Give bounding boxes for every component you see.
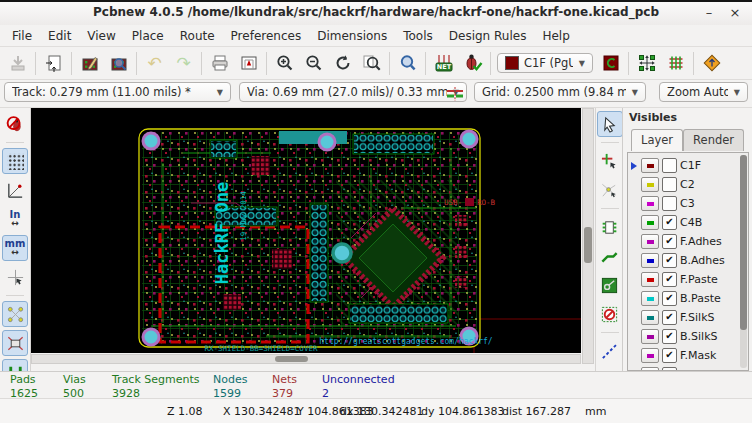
- add-footprint-button[interactable]: [597, 214, 623, 240]
- footprint-editor-icon: [80, 53, 100, 73]
- save-button[interactable]: [3, 49, 32, 77]
- layer-visibility-checkbox[interactable]: ✔: [662, 348, 677, 363]
- layer-row: C3: [630, 194, 748, 213]
- auto-track-width-button[interactable]: [440, 80, 469, 108]
- refresh-button[interactable]: [328, 49, 357, 77]
- add-zone-button[interactable]: [597, 272, 623, 298]
- titlebar[interactable]: Pcbnew 4.0.5 /home/lkundrak/src/hackrf/h…: [0, 0, 752, 26]
- layer-visibility-checkbox[interactable]: ✔: [662, 291, 677, 306]
- track-width-combo[interactable]: Track: 0.279 mm (11.00 mils) * ▼: [4, 82, 231, 102]
- redo-button[interactable]: ↷: [169, 49, 198, 77]
- layer-color-swatch[interactable]: [641, 253, 659, 268]
- units-mm-button[interactable]: mm↔: [2, 235, 28, 261]
- chevron-down-icon: ▼: [632, 88, 638, 97]
- menu-view[interactable]: View: [79, 27, 123, 45]
- ratsnest-mode-button[interactable]: [661, 49, 690, 77]
- toolbar-separator: [201, 52, 202, 75]
- close-button[interactable]: ×: [726, 4, 744, 22]
- canvas-hscrollbar[interactable]: [31, 354, 581, 364]
- layer-color-swatch[interactable]: [641, 158, 659, 173]
- add-mire-button[interactable]: [597, 338, 623, 364]
- plot-icon: [239, 53, 259, 73]
- layer-list-scrollbar-thumb[interactable]: [740, 155, 747, 330]
- layer-visibility-checkbox[interactable]: ✔: [662, 310, 677, 325]
- highlight-net-button[interactable]: [597, 148, 623, 174]
- ratsnest-visibility-button[interactable]: [2, 301, 28, 327]
- units-inches-button[interactable]: In↔: [2, 206, 28, 232]
- menu-design-rules[interactable]: Design Rules: [441, 27, 535, 45]
- svg-text:USB-: USB-: [444, 198, 462, 207]
- menu-preferences[interactable]: Preferences: [223, 27, 310, 45]
- undo-button[interactable]: ↶: [140, 49, 169, 77]
- tab-render[interactable]: Render: [683, 129, 744, 151]
- menu-dimensions[interactable]: Dimensions: [309, 27, 395, 45]
- layer-color-swatch[interactable]: [641, 234, 659, 249]
- menu-file[interactable]: File: [4, 27, 40, 45]
- layer-color-swatch[interactable]: [641, 310, 659, 325]
- zoom-fit-button[interactable]: [357, 49, 386, 77]
- zoom-in-button[interactable]: [270, 49, 299, 77]
- autoroute-button[interactable]: [697, 49, 726, 77]
- layer-list-scrollbar[interactable]: [740, 155, 747, 368]
- select-tool-button[interactable]: [597, 111, 623, 137]
- local-ratsnest-icon: [600, 181, 619, 200]
- svg-text:NET: NET: [436, 63, 451, 71]
- main-toolbar: ↶ ↷ NET C1F (PgUp) ▼: [0, 47, 752, 80]
- layer-visibility-checkbox[interactable]: ✔: [662, 215, 677, 230]
- layer-select-combo[interactable]: C1F (PgUp) ▼: [497, 53, 593, 73]
- grid-visibility-button[interactable]: [2, 148, 28, 174]
- drc-off-button[interactable]: [2, 111, 28, 137]
- footprint-mode-button[interactable]: [632, 49, 661, 77]
- polar-coords-button[interactable]: [2, 177, 28, 203]
- layer-manager-toggle[interactable]: [596, 49, 625, 77]
- layer-visibility-checkbox[interactable]: ✔: [662, 272, 677, 287]
- footprint-browser-button[interactable]: [104, 49, 133, 77]
- layer-color-swatch[interactable]: [641, 329, 659, 344]
- local-ratsnest-button[interactable]: [597, 177, 623, 203]
- page-settings-icon: [44, 53, 64, 73]
- netlist-button[interactable]: NET: [429, 49, 458, 77]
- zoom-out-button[interactable]: [299, 49, 328, 77]
- pcb-canvas[interactable]: HackRF One 19 May 2014 http://greatscott…: [31, 108, 581, 353]
- menu-tools[interactable]: Tools: [395, 27, 441, 45]
- chevron-down-icon: ▼: [579, 59, 585, 68]
- menu-edit[interactable]: Edit: [40, 27, 79, 45]
- layer-visibility-checkbox[interactable]: ✔: [662, 329, 677, 344]
- page-settings-button[interactable]: [39, 49, 68, 77]
- tab-layer[interactable]: Layer: [631, 129, 683, 151]
- add-keepout-button[interactable]: [597, 301, 623, 327]
- layer-color-swatch[interactable]: [641, 177, 659, 192]
- layer-visibility-checkbox[interactable]: [662, 158, 677, 173]
- plot-button[interactable]: [234, 49, 263, 77]
- menu-place[interactable]: Place: [124, 27, 172, 45]
- hscrollbar-thumb[interactable]: [275, 356, 308, 362]
- via-size-combo[interactable]: Via: 0.69 mm (27.0 mils)/ 0.33 mm (13.0 …: [239, 82, 467, 102]
- layer-visibility-checkbox[interactable]: ✔: [662, 253, 677, 268]
- find-button[interactable]: [393, 49, 422, 77]
- print-button[interactable]: [205, 49, 234, 77]
- vscrollbar-thumb[interactable]: [584, 227, 592, 263]
- pcb-board: HackRF One 19 May 2014 http://greatscott…: [139, 129, 496, 353]
- canvas-vscrollbar[interactable]: [582, 108, 594, 364]
- layer-color-swatch[interactable]: [641, 291, 659, 306]
- zoom-level-combo[interactable]: Zoom Auto ▼: [659, 82, 748, 102]
- grid-size-combo[interactable]: Grid: 0.2500 mm (9.84 mils) ▼: [474, 82, 646, 102]
- route-track-button[interactable]: [597, 243, 623, 269]
- layer-visibility-checkbox[interactable]: [662, 196, 677, 211]
- grid-size-label: Grid: 0.2500 mm (9.84 mils): [482, 85, 626, 99]
- menu-help[interactable]: Help: [534, 27, 577, 45]
- footprint-editor-button[interactable]: [75, 49, 104, 77]
- menu-route[interactable]: Route: [172, 27, 223, 45]
- layer-color-swatch[interactable]: [641, 215, 659, 230]
- module-ratsnest-button[interactable]: [2, 330, 28, 356]
- toolbar-separator: [425, 52, 426, 75]
- layer-color-swatch[interactable]: [641, 196, 659, 211]
- layer-visibility-checkbox[interactable]: [662, 177, 677, 192]
- layer-color-swatch[interactable]: [641, 348, 659, 363]
- drc-button[interactable]: [458, 49, 487, 77]
- layer-visibility-checkbox[interactable]: ✔: [662, 234, 677, 249]
- minimize-button[interactable]: –: [700, 4, 718, 22]
- layer-color-swatch[interactable]: [641, 272, 659, 287]
- cursor-shape-button[interactable]: [2, 264, 28, 290]
- board-date-silkscreen: 19 May 2014: [239, 191, 248, 241]
